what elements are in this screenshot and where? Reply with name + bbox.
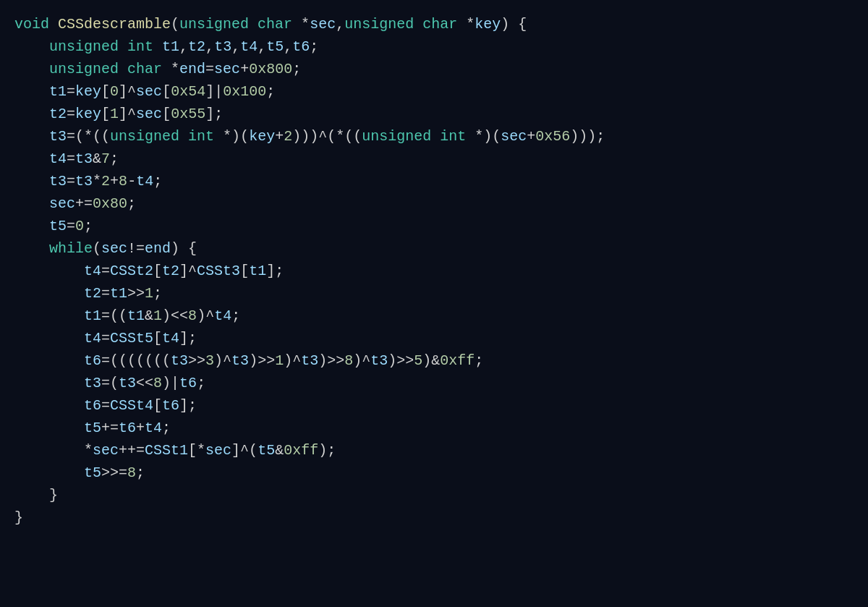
amp2: & [145,305,153,327]
var-t3f: t3 [231,349,249,372]
eq9: = [101,282,110,305]
eq11: = [101,327,110,349]
paren3: ( [353,125,362,148]
comma: , [336,13,344,35]
indent2 [14,372,84,394]
var-t4: t4 [240,35,258,58]
var-t6b: t6 [179,372,197,394]
var-sec4: sec [136,103,162,125]
keyword-unsigned: unsigned [179,13,258,35]
code-line-15: t4=CSSt5[t4]; [14,327,854,349]
hex-ff2: 0xff [284,439,318,462]
var-t6d: t6 [162,394,179,417]
close-brace-inner: } [49,484,58,506]
kw-int3: int [440,125,475,148]
var-sec9: sec [205,439,231,462]
var-sec8: sec [93,439,119,462]
num-2: 2 [284,125,292,148]
eq13: =( [101,372,119,394]
indent [14,237,49,260]
incr: ++= [119,439,145,462]
semi13: ); [318,439,336,462]
var-key2: key [75,80,101,103]
semi3: ; [266,80,275,103]
num-8b: 8 [188,305,197,327]
table-csst4: CSSt4 [110,394,153,417]
code-line-12: t4=CSSt2[t2]^CSSt3[t1]; [14,260,854,282]
indent [14,484,49,506]
code-line-19: t5+=t6+t4; [14,417,854,439]
kw-int2: int [188,125,223,148]
rsh4: )>> [318,349,344,372]
plus2: + [275,125,284,148]
plus4: + [110,170,119,192]
code-line-10: t5=0; [14,215,854,237]
brk11: [ [240,260,249,282]
close-brace-outer: } [14,506,23,529]
rsh5: )>> [388,349,414,372]
keyword-char2: char [422,13,466,35]
indent [14,215,49,237]
kw-unsigned4: unsigned [110,125,188,148]
hex-56: 0x56 [535,125,570,148]
code-line-6: t3=(*((unsigned int *)(key+2)))^(*((unsi… [14,125,854,148]
kw-while: while [49,237,93,260]
keyword-unsigned2: unsigned [344,13,422,35]
amp3: )& [422,349,440,372]
eq12: =((((((( [101,349,171,372]
vars-t: t1 [162,35,179,58]
lshift: )<< [162,305,188,327]
var-t1a: t1 [49,80,67,103]
var-t1e: t1 [127,305,145,327]
indent2 [14,462,84,484]
indent2 [14,417,84,439]
var-t3h: t3 [370,349,388,372]
rsh3: )>> [249,349,275,372]
brk10: ]^ [179,260,197,282]
code-line-20: *sec++=CSSt1[*sec]^(t5&0xff); [14,439,854,462]
keyword-void: void [14,13,58,35]
var-sec2: sec [214,58,240,80]
code-line-8: t3=t3*2+8-t4; [14,170,854,192]
code-line-14: t1=((t1&1)<<8)^t4; [14,305,854,327]
semi11: ; [197,372,205,394]
code-line-4: t1=key[0]^sec[0x54]|0x100; [14,80,854,103]
var-t2a: t2 [49,103,67,125]
brk16: ]; [179,394,197,417]
comma4: , [231,35,240,58]
var-sec3: sec [136,80,162,103]
var-t3e: t3 [171,349,188,372]
indent2 [14,305,84,327]
brk14: ]; [179,327,197,349]
lsh2: << [136,372,153,394]
num-8: 8 [119,170,127,192]
or1: )| [162,372,179,394]
brk17: [* [188,439,205,462]
plus5: + [136,417,145,439]
table-csst1: CSSt1 [145,439,188,462]
semi9: ; [231,305,240,327]
indent2 [14,394,84,417]
var-t5: t5 [266,35,284,58]
paren1: ( [101,125,110,148]
indent2 [14,439,84,462]
var-t6c: t6 [84,394,101,417]
hex-55: 0x55 [171,103,205,125]
comma6: , [284,35,292,58]
num-1d: 1 [275,349,284,372]
eq7: = [67,215,75,237]
var-t3j: t3 [119,372,136,394]
var-sec7: sec [101,237,127,260]
semi4: ; [110,148,119,170]
var-t3b: t3 [75,148,93,170]
var-t4d: t4 [214,305,231,327]
code-line-1: void CSSdescramble(unsigned char *sec,un… [14,13,854,35]
hex-800: 0x800 [249,58,292,80]
brk13: [ [153,327,162,349]
rsh2: >> [188,349,205,372]
code-line-11: while(sec!=end) { [14,237,854,260]
num-8e: 8 [127,462,136,484]
indent [14,58,49,80]
var-sec5: sec [501,125,527,148]
num-0b: 0 [75,215,84,237]
